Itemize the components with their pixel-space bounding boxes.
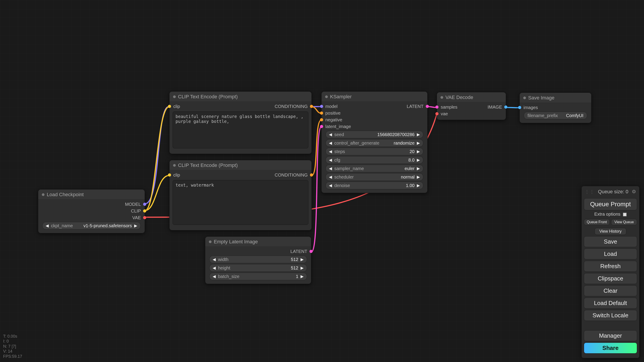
title-text: Empty Latent Image — [214, 239, 258, 245]
param-cfg[interactable]: ◀cfg8.0▶ — [326, 156, 423, 164]
param-width[interactable]: ◀ width 512 ▶ — [209, 256, 307, 263]
clipspace-button[interactable]: Clipspace — [584, 273, 637, 284]
view-queue-button[interactable]: View Queue — [611, 219, 637, 225]
extra-options-toggle[interactable]: Extra options — [584, 212, 637, 217]
node-title[interactable]: Save Image — [520, 93, 591, 103]
chevron-left-icon[interactable]: ◀ — [328, 149, 334, 154]
collapse-dot-icon[interactable] — [209, 240, 212, 243]
title-text: Save Image — [528, 95, 554, 101]
node-title[interactable]: VAE Decode — [437, 92, 506, 102]
chevron-left-icon[interactable]: ◀ — [328, 166, 334, 171]
param-denoise[interactable]: ◀denoise1.00▶ — [326, 182, 423, 189]
node-title[interactable]: Empty Latent Image — [205, 237, 311, 247]
input-clip[interactable]: clip — [170, 103, 183, 110]
chevron-left-icon[interactable]: ◀ — [328, 158, 334, 162]
node-empty-latent-image[interactable]: Empty Latent Image LATENT ◀ width 512 ▶ … — [205, 236, 311, 284]
switch-locale-button[interactable]: Switch Locale — [584, 310, 637, 321]
output-conditioning[interactable]: CONDITIONING — [272, 103, 312, 110]
output-vae[interactable]: VAE — [38, 214, 145, 221]
share-button[interactable]: Share — [584, 343, 637, 354]
output-latent[interactable]: LATENT — [205, 248, 311, 255]
chevron-left-icon[interactable]: ◀ — [328, 175, 334, 179]
collapse-dot-icon[interactable] — [173, 95, 176, 98]
input-images[interactable]: images — [520, 104, 591, 111]
queue-size-label: Queue size: 0 — [598, 189, 628, 195]
input-clip[interactable]: clip — [170, 172, 183, 178]
control-panel[interactable]: ⋮⋮ Queue size: 0 ⚙ Queue Prompt Extra op… — [582, 186, 640, 358]
collapse-dot-icon[interactable] — [440, 96, 443, 99]
node-title[interactable]: KSampler — [322, 92, 427, 102]
param-ckpt-name[interactable]: ◀ ckpt_name v1-5-pruned.safetensors ▶ — [42, 222, 141, 230]
node-clip-text-encode-negative[interactable]: CLIP Text Encode (Prompt) clip CONDITION… — [169, 160, 312, 230]
prompt-text[interactable]: beautiful scenery nature glass bottle la… — [173, 111, 308, 148]
output-model[interactable]: MODEL — [38, 201, 145, 208]
param-scheduler[interactable]: ◀schedulernormal▶ — [326, 173, 423, 181]
node-title[interactable]: CLIP Text Encode (Prompt) — [170, 92, 312, 102]
collapse-dot-icon[interactable] — [42, 193, 44, 196]
chevron-left-icon[interactable]: ◀ — [211, 266, 217, 270]
checkbox-icon[interactable] — [623, 213, 626, 216]
manager-button[interactable]: Manager — [584, 330, 637, 341]
param-steps[interactable]: ◀steps20▶ — [326, 148, 423, 155]
chevron-right-icon[interactable]: ▶ — [133, 223, 139, 228]
refresh-button[interactable]: Refresh — [584, 261, 637, 272]
chevron-left-icon[interactable]: ◀ — [211, 257, 217, 262]
param-height[interactable]: ◀ height 512 ▶ — [209, 264, 307, 272]
load-default-button[interactable]: Load Default — [584, 298, 637, 309]
load-button[interactable]: Load — [584, 249, 637, 259]
node-load-checkpoint[interactable]: Load Checkpoint MODEL CLIP VAE ◀ ckpt_na… — [38, 189, 145, 233]
chevron-left-icon[interactable]: ◀ — [328, 141, 334, 145]
chevron-right-icon[interactable]: ▶ — [299, 266, 305, 270]
collapse-dot-icon[interactable] — [523, 96, 526, 99]
chevron-right-icon[interactable]: ▶ — [416, 166, 421, 171]
input-model[interactable]: model — [322, 103, 404, 110]
input-negative[interactable]: negative — [322, 116, 404, 123]
collapse-dot-icon[interactable] — [173, 164, 176, 167]
param-seed[interactable]: ◀seed156680208700286▶ — [326, 131, 423, 138]
output-conditioning[interactable]: CONDITIONING — [272, 172, 312, 178]
save-button[interactable]: Save — [584, 236, 637, 247]
chevron-right-icon[interactable]: ▶ — [416, 175, 421, 179]
chevron-right-icon[interactable]: ▶ — [416, 132, 421, 137]
output-image[interactable]: IMAGE — [484, 104, 506, 110]
input-samples[interactable]: samples — [437, 104, 484, 110]
input-positive[interactable]: positive — [322, 110, 404, 116]
node-vae-decode[interactable]: VAE Decode samples vae IMAGE — [437, 92, 506, 120]
prompt-text[interactable]: text, watermark — [173, 180, 308, 225]
queue-prompt-button[interactable]: Queue Prompt — [584, 198, 637, 210]
input-vae[interactable]: vae — [437, 110, 484, 117]
param-sampler-name[interactable]: ◀sampler_nameeuler▶ — [326, 165, 423, 172]
drag-handle-icon[interactable]: ⋮⋮ — [585, 189, 594, 194]
input-latent-image[interactable]: latent_image — [322, 123, 404, 130]
node-title[interactable]: CLIP Text Encode (Prompt) — [170, 160, 312, 170]
perf-stats: T: 0.00s I: 0 N: 7 [7] V: 14 FPS:59.17 — [3, 334, 22, 359]
collapse-dot-icon[interactable] — [325, 95, 328, 98]
chevron-left-icon[interactable]: ◀ — [44, 223, 50, 228]
chevron-left-icon[interactable]: ◀ — [328, 183, 334, 188]
output-clip[interactable]: CLIP — [38, 208, 145, 214]
title-text: CLIP Text Encode (Prompt) — [178, 162, 238, 168]
output-latent[interactable]: LATENT — [404, 103, 427, 110]
chevron-right-icon[interactable]: ▶ — [299, 274, 305, 279]
chevron-left-icon[interactable]: ◀ — [211, 274, 217, 279]
node-save-image[interactable]: Save Image images filename_prefix ComfyU… — [520, 92, 592, 123]
param-filename-prefix[interactable]: filename_prefix ComfyUI — [524, 112, 587, 119]
title-text: CLIP Text Encode (Prompt) — [178, 94, 238, 100]
chevron-right-icon[interactable]: ▶ — [299, 257, 305, 262]
chevron-left-icon[interactable]: ◀ — [328, 132, 334, 137]
chevron-right-icon[interactable]: ▶ — [416, 141, 421, 145]
node-ksampler[interactable]: KSampler model positive negative latent_… — [321, 91, 428, 193]
node-clip-text-encode-positive[interactable]: CLIP Text Encode (Prompt) clip CONDITION… — [169, 91, 312, 154]
title-text: Load Checkpoint — [47, 192, 84, 198]
chevron-right-icon[interactable]: ▶ — [416, 149, 421, 154]
view-history-button[interactable]: View History — [594, 228, 626, 235]
param-batch-size[interactable]: ◀ batch_size 1 ▶ — [209, 273, 307, 280]
chevron-right-icon[interactable]: ▶ — [416, 158, 421, 162]
clear-button[interactable]: Clear — [584, 285, 637, 296]
gear-icon[interactable]: ⚙ — [632, 189, 636, 195]
queue-front-button[interactable]: Queue Front — [584, 219, 610, 225]
param-control-after-generate[interactable]: ◀control_after_generaterandomize▶ — [326, 139, 423, 147]
chevron-right-icon[interactable]: ▶ — [416, 183, 421, 188]
node-title[interactable]: Load Checkpoint — [38, 189, 145, 200]
title-text: VAE Decode — [446, 94, 473, 100]
